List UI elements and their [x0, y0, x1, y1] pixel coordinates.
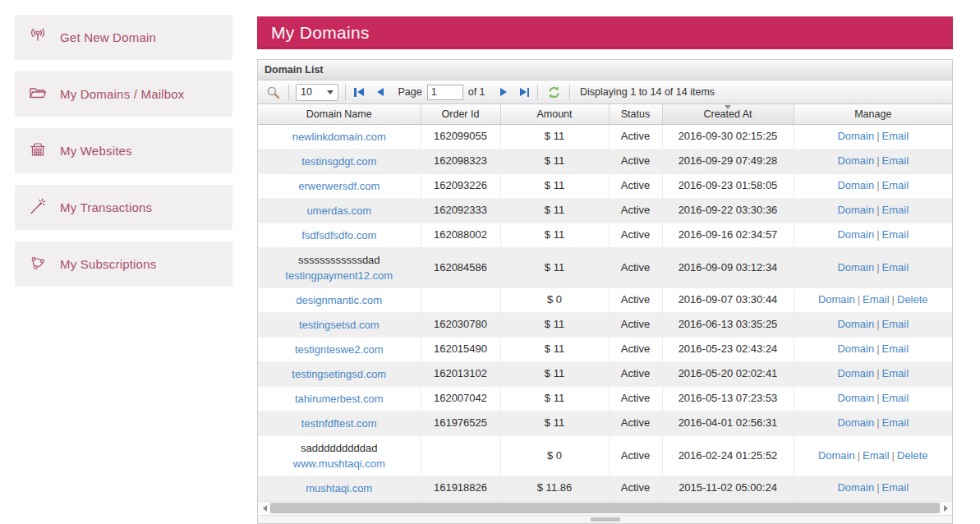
manage-cell: Domain|Email — [794, 476, 952, 500]
table-row: testnfdftest.com161976525$ 11Active2016-… — [258, 411, 952, 435]
domain-name-text: sadddddddddad — [261, 440, 417, 456]
manage-email-link[interactable]: Email — [882, 130, 909, 142]
page-size-select[interactable]: 10 — [296, 84, 338, 101]
h-scroll-track[interactable] — [269, 503, 941, 513]
order-id-cell: 162099055 — [421, 124, 500, 149]
status-cell: Active — [609, 312, 662, 337]
status-cell: Active — [609, 476, 662, 500]
domain-name-cell: testnfdftest.com — [258, 411, 421, 435]
manage-domain-link[interactable]: Domain — [818, 293, 855, 306]
manage-domain-link[interactable]: Domain — [837, 204, 874, 216]
table-row: erwerwersdf.com162093226$ 11Active2016-0… — [258, 173, 952, 198]
h-scroll-thumb[interactable] — [270, 503, 940, 513]
table-row: mushtaqi.com161918826$ 11.86Active2015-1… — [258, 476, 952, 500]
manage-email-link[interactable]: Email — [882, 154, 909, 167]
manage-domain-link[interactable]: Domain — [837, 318, 874, 330]
status-cell: Active — [609, 173, 662, 198]
refresh-icon[interactable] — [545, 83, 563, 101]
manage-delete-link[interactable]: Delete — [897, 293, 928, 306]
page-of-label: of 1 — [468, 86, 485, 98]
amount-cell: $ 11 — [500, 223, 609, 247]
created-at-cell: 2016-05-20 02:02:41 — [662, 361, 794, 386]
domain-link[interactable]: testignteswe2.com — [295, 342, 384, 357]
manage-cell: Domain|Email — [794, 124, 952, 149]
manage-domain-link[interactable]: Domain — [837, 367, 874, 379]
pager: Page of 1 — [352, 85, 531, 100]
link-separator: | — [874, 204, 881, 216]
manage-domain-link[interactable]: Domain — [837, 481, 874, 494]
manage-email-link[interactable]: Email — [882, 481, 909, 494]
link-separator: | — [874, 154, 881, 167]
manage-domain-link[interactable]: Domain — [837, 154, 874, 167]
order-id-cell: 162030780 — [421, 312, 500, 337]
manage-domain-link[interactable]: Domain — [837, 179, 874, 191]
manage-email-link[interactable]: Email — [882, 318, 909, 330]
column-header-order-id[interactable]: Order Id — [421, 104, 500, 124]
domain-link[interactable]: testingpayment12.com — [285, 268, 393, 283]
column-header-status[interactable]: Status — [609, 104, 662, 124]
manage-domain-link[interactable]: Domain — [837, 342, 874, 355]
domain-link[interactable]: testingsetingsd.com — [292, 366, 386, 382]
subscriptions-icon — [28, 253, 48, 276]
last-page-button[interactable] — [518, 86, 531, 99]
manage-email-link[interactable]: Email — [882, 179, 909, 191]
toolbar-separator — [569, 85, 570, 100]
manage-domain-link[interactable]: Domain — [837, 130, 874, 142]
domain-link[interactable]: tahirumerbest.com — [295, 391, 384, 407]
scroll-right-arrow[interactable] — [941, 503, 950, 513]
table-row: designmantic.com$ 0Active2016-09-07 03:3… — [258, 287, 952, 312]
prev-page-button[interactable] — [375, 86, 385, 98]
manage-delete-link[interactable]: Delete — [897, 449, 928, 462]
manage-domain-link[interactable]: Domain — [837, 416, 874, 429]
page-input[interactable] — [427, 85, 463, 100]
manage-email-link[interactable]: Email — [882, 228, 909, 241]
domain-link[interactable]: newlinkdomain.com — [292, 129, 386, 145]
manage-email-link[interactable]: Email — [863, 449, 890, 462]
manage-domain-link[interactable]: Domain — [818, 449, 855, 462]
column-header-created-at[interactable]: Created At — [662, 104, 794, 124]
order-id-cell: 162093226 — [421, 173, 500, 198]
domain-link[interactable]: umerdas.com — [306, 203, 371, 218]
domain-link[interactable]: www.mushtaqi.com — [293, 456, 385, 471]
status-cell: Active — [609, 223, 662, 247]
search-icon[interactable] — [264, 83, 282, 101]
manage-email-link[interactable]: Email — [882, 367, 909, 379]
first-page-button[interactable] — [352, 86, 366, 99]
column-header-amount[interactable]: Amount — [500, 104, 609, 124]
manage-domain-link[interactable]: Domain — [837, 228, 874, 241]
sidebar-item-get-new-domain[interactable]: Get New Domain — [15, 15, 232, 60]
next-page-button[interactable] — [499, 86, 508, 98]
domain-link[interactable]: designmantic.com — [296, 292, 382, 308]
manage-cell: Domain|Email|Delete — [794, 287, 952, 312]
sidebar-item-my-websites[interactable]: My Websites — [15, 128, 232, 173]
manage-domain-link[interactable]: Domain — [837, 261, 874, 273]
scroll-left-arrow[interactable] — [260, 503, 269, 513]
manage-email-link[interactable]: Email — [882, 204, 909, 216]
column-header-manage[interactable]: Manage — [794, 104, 952, 124]
domain-link[interactable]: testinsgdgt.com — [301, 154, 376, 169]
amount-cell: $ 11 — [500, 173, 609, 198]
manage-email-link[interactable]: Email — [882, 416, 909, 429]
sidebar-item-my-subscriptions[interactable]: My Subscriptions — [15, 241, 232, 287]
sidebar-item-label: My Websites — [60, 144, 132, 158]
manage-cell: Domain|Email — [794, 386, 952, 411]
domain-link[interactable]: mushtaqi.com — [306, 480, 372, 496]
order-id-cell: 161918826 — [421, 476, 500, 500]
link-separator: | — [874, 318, 881, 330]
sidebar-item-my-transactions[interactable]: My Transactions — [15, 185, 232, 230]
manage-domain-link[interactable]: Domain — [837, 392, 874, 404]
manage-email-link[interactable]: Email — [882, 342, 909, 355]
domain-name-cell: testingsetingsd.com — [258, 361, 421, 386]
resize-grip[interactable] — [591, 517, 620, 522]
domain-link[interactable]: testnfdftest.com — [301, 416, 377, 431]
sidebar-item-my-domains-mailbox[interactable]: My Domains / Mailbox — [15, 71, 232, 117]
domain-link[interactable]: fsdfsdfsdfo.com — [301, 228, 376, 243]
manage-email-link[interactable]: Email — [863, 293, 890, 306]
domain-link[interactable]: testingsetsd.com — [299, 317, 380, 333]
manage-email-link[interactable]: Email — [882, 261, 909, 273]
manage-email-link[interactable]: Email — [882, 392, 909, 404]
amount-cell: $ 11 — [500, 411, 609, 435]
domain-link[interactable]: erwerwersdf.com — [298, 178, 380, 194]
column-header-domain-name[interactable]: Domain Name — [258, 104, 421, 124]
amount-cell: $ 0 — [500, 435, 609, 476]
